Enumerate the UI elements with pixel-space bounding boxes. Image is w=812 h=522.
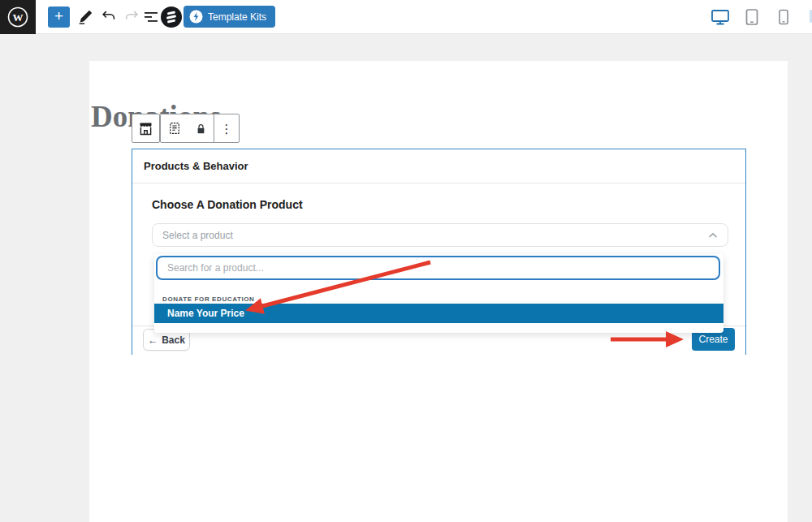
- svg-text:W: W: [13, 11, 24, 24]
- option-label: Name Your Price: [167, 308, 244, 319]
- panel-header: Products & Behavior: [132, 149, 745, 183]
- product-dropdown-popup: DONATE FOR EDUCATION Name Your Price: [154, 254, 723, 333]
- back-button-label: Back: [162, 334, 185, 346]
- edit-tools-button[interactable]: [76, 7, 95, 27]
- lock-button[interactable]: [188, 114, 214, 142]
- document-icon: [167, 121, 182, 136]
- tablet-preview-button[interactable]: [741, 6, 762, 28]
- wordpress-logo-icon: W: [7, 6, 28, 28]
- wordpress-editor-screen: W +: [0, 0, 812, 522]
- surecart-logo-icon: [161, 6, 182, 28]
- surecart-logo-button[interactable]: [161, 6, 182, 28]
- inserter-toggle-button[interactable]: +: [48, 6, 70, 28]
- desktop-preview-button[interactable]: [710, 6, 731, 28]
- product-option-name-your-price[interactable]: Name Your Price: [154, 304, 723, 323]
- products-behavior-panel: Products & Behavior Choose A Donation Pr…: [132, 149, 746, 355]
- choose-product-heading: Choose A Donation Product: [152, 198, 303, 211]
- product-group-label: DONATE FOR EDUCATION: [162, 296, 254, 303]
- desktop-icon: [710, 8, 730, 26]
- undo-icon: [100, 8, 118, 26]
- product-search-input[interactable]: [156, 256, 720, 280]
- chevron-up-icon: [708, 232, 718, 239]
- mobile-icon: [778, 8, 789, 26]
- template-kits-label: Template Kits: [208, 11, 266, 23]
- responsive-preview-group: [710, 0, 794, 34]
- redo-button[interactable]: [122, 7, 141, 27]
- template-kits-bolt-icon: [189, 10, 203, 24]
- template-kits-button[interactable]: Template Kits: [184, 6, 275, 28]
- panel-header-title: Products & Behavior: [144, 160, 248, 172]
- mobile-preview-button[interactable]: [773, 6, 794, 28]
- list-view-button[interactable]: [141, 7, 161, 27]
- block-toolbar-group: ⋮: [160, 114, 240, 143]
- block-type-button[interactable]: [132, 114, 160, 143]
- editor-topbar: W +: [0, 0, 812, 34]
- ellipsis-icon: ⋮: [221, 123, 233, 135]
- back-arrow-icon: ←: [148, 334, 158, 346]
- tablet-icon: [745, 8, 759, 26]
- pencil-icon: [76, 8, 94, 26]
- block-options-button[interactable]: ⋮: [214, 114, 239, 142]
- list-view-icon: [143, 9, 159, 25]
- product-select-placeholder: Select a product: [162, 230, 708, 241]
- lock-icon: [194, 122, 208, 136]
- undo-button[interactable]: [99, 7, 119, 27]
- product-select[interactable]: Select a product: [152, 223, 728, 247]
- storefront-icon: [137, 120, 154, 137]
- redo-icon: [123, 8, 140, 26]
- template-part-button[interactable]: [161, 114, 188, 142]
- wordpress-logo-button[interactable]: W: [0, 0, 36, 34]
